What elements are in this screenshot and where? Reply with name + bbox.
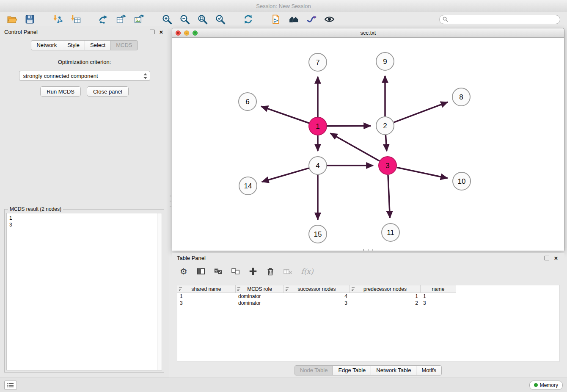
graph-edge-3-1[interactable] <box>330 133 380 161</box>
column-header-shared-name[interactable]: shared name <box>177 285 236 293</box>
network-window-titlebar[interactable]: × − + scc.txt <box>172 28 564 38</box>
trash-icon <box>266 267 275 276</box>
window-zoom-button[interactable]: + <box>193 30 198 36</box>
horizontal-splitter-handle[interactable] <box>363 249 373 251</box>
search-box[interactable] <box>439 15 560 24</box>
zoom-selected-button[interactable] <box>213 13 227 26</box>
column-header-mcds-role[interactable]: MCDS role <box>236 285 284 293</box>
network-from-selection-button[interactable] <box>269 13 283 26</box>
zoom-fit-button[interactable] <box>195 13 209 26</box>
document-network-icon <box>271 14 281 25</box>
mcds-result-box[interactable]: 1 3 <box>6 213 162 370</box>
select-stepper-icon <box>143 73 147 79</box>
export-network-icon <box>98 14 109 25</box>
close-table-panel-button[interactable]: × <box>553 254 559 261</box>
sort-icon <box>237 287 242 291</box>
zoom-out-button[interactable] <box>178 13 191 26</box>
control-panel-tabs: Network Style Select MCDS <box>0 40 169 50</box>
import-table-button[interactable] <box>69 13 82 26</box>
column-header-name[interactable]: name <box>421 285 456 293</box>
deselect-all-icon <box>231 267 240 276</box>
save-session-button[interactable] <box>23 13 36 26</box>
mcds-result-line: 3 <box>9 221 159 228</box>
run-mcds-button[interactable]: Run MCDS <box>40 86 81 97</box>
window-close-button[interactable]: × <box>176 30 181 36</box>
cell-predecessor-nodes: 2 <box>350 300 421 306</box>
graph-edge-2-8[interactable] <box>394 102 448 122</box>
table-panel-title: Table Panel <box>177 255 206 261</box>
show-graphics-details-button[interactable] <box>287 13 300 26</box>
deselect-all-rows-button[interactable] <box>231 266 241 276</box>
table-row[interactable]: 1 dominator 4 1 1 <box>177 293 559 300</box>
delete-column-button[interactable] <box>265 266 275 276</box>
graph-node-label: 7 <box>316 58 319 66</box>
tab-mcds[interactable]: MCDS <box>110 40 138 50</box>
select-all-rows-button[interactable] <box>213 266 223 276</box>
memory-button[interactable]: Memory <box>529 381 563 390</box>
import-table-icon <box>70 14 81 25</box>
graph-edge-1-2[interactable] <box>327 126 371 126</box>
close-panel-button[interactable]: × <box>158 28 165 35</box>
tab-motifs[interactable]: Motifs <box>416 365 442 375</box>
search-icon <box>443 17 448 22</box>
zoom-in-icon <box>162 14 172 25</box>
export-network-button[interactable] <box>96 13 110 26</box>
criterion-select[interactable]: strongly connected component <box>19 71 150 81</box>
export-table-button[interactable] <box>114 13 128 26</box>
app-title: Session: New Session <box>256 3 311 9</box>
result-scrollbar[interactable] <box>157 213 162 370</box>
cell-name: 1 <box>421 293 456 299</box>
tab-network-table[interactable]: Network Table <box>371 365 416 375</box>
main-toolbar <box>0 12 567 26</box>
window-minimize-button[interactable]: − <box>184 30 189 36</box>
table-settings-button[interactable]: ⚙ <box>179 266 189 276</box>
app-titlebar: Session: New Session <box>0 0 567 12</box>
cell-shared-name: 1 <box>177 293 236 299</box>
tab-node-table[interactable]: Node Table <box>295 365 333 375</box>
close-icon: × <box>160 29 163 35</box>
graph-node-label: 4 <box>316 162 319 170</box>
memory-status-icon <box>534 383 538 387</box>
graph-node-label: 6 <box>245 98 249 106</box>
mcds-result-line: 1 <box>9 215 159 221</box>
search-input[interactable] <box>450 16 557 23</box>
graph-edge-4-14[interactable] <box>262 168 309 182</box>
graph-node-label: 11 <box>387 229 394 237</box>
network-canvas[interactable]: 7968124314101511 <box>172 38 564 251</box>
open-session-button[interactable] <box>5 13 19 26</box>
graph-node-label: 10 <box>458 177 466 185</box>
show-columns-button[interactable] <box>196 266 206 276</box>
graph-edge-3-10[interactable] <box>397 168 448 178</box>
add-column-button[interactable] <box>248 266 258 276</box>
network-window-title: scc.txt <box>172 30 564 36</box>
graph-edge-2-3[interactable] <box>385 135 386 151</box>
graph-edge-1-6[interactable] <box>261 106 309 123</box>
tab-network[interactable]: Network <box>31 40 62 50</box>
export-image-button[interactable] <box>132 13 146 26</box>
table-row[interactable]: 3 dominator 3 2 3 <box>177 300 559 306</box>
float-table-panel-button[interactable] <box>543 254 550 261</box>
tab-style[interactable]: Style <box>62 40 85 50</box>
tab-edge-table[interactable]: Edge Table <box>333 365 371 375</box>
panel-menu-button[interactable] <box>4 381 17 390</box>
cell-successor-nodes: 4 <box>284 293 350 299</box>
close-panel-push-button[interactable]: Close panel <box>87 86 129 97</box>
cell-shared-name: 3 <box>177 300 236 306</box>
node-table[interactable]: shared name MCDS role successor nodes pr… <box>177 285 559 362</box>
vertical-splitter-handle[interactable] <box>170 196 171 207</box>
import-network-button[interactable] <box>51 13 64 26</box>
float-panel-button[interactable] <box>149 28 155 35</box>
graph-node-label: 14 <box>244 182 252 190</box>
column-header-successor-nodes[interactable]: successor nodes <box>284 285 350 293</box>
table-header-row: shared name MCDS role successor nodes pr… <box>177 285 559 293</box>
paint-style-button[interactable] <box>305 13 318 26</box>
cell-mcds-role: dominator <box>236 293 284 299</box>
zoom-in-button[interactable] <box>160 13 173 26</box>
graph-node-label: 8 <box>459 93 463 101</box>
toggle-view-button[interactable] <box>322 13 336 26</box>
tab-select[interactable]: Select <box>85 40 111 50</box>
apply-layout-button[interactable] <box>241 13 255 26</box>
column-header-predecessor-nodes[interactable]: predecessor nodes <box>350 285 421 293</box>
graph-edge-3-11[interactable] <box>388 175 390 218</box>
control-panel: Control Panel × Network Style Select MCD… <box>0 26 169 378</box>
